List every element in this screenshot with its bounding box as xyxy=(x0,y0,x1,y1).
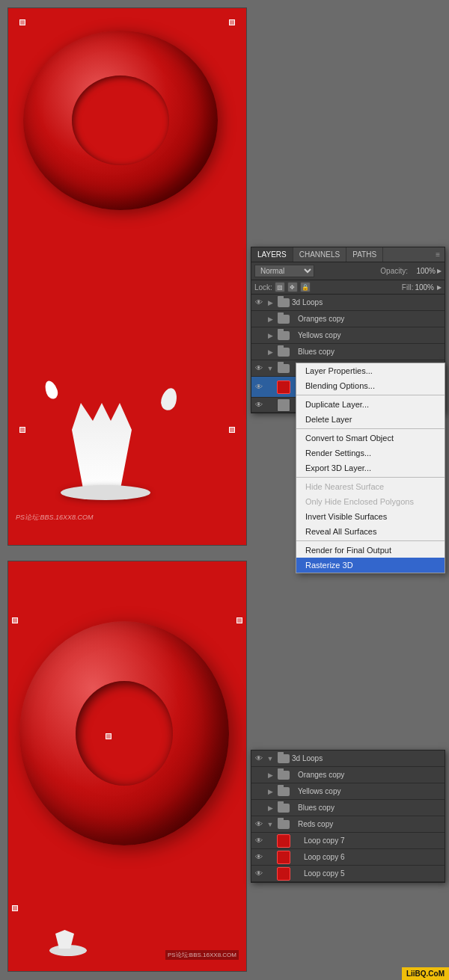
splash-drop2 xyxy=(159,386,179,412)
visibility-eye-b[interactable]: 👁 xyxy=(253,853,265,861)
layer-name-yellows: Yellows copy xyxy=(298,331,443,339)
folder-icon xyxy=(278,364,290,373)
fill-arrow[interactable]: ▶ xyxy=(437,284,442,291)
canvas-image-bottom: PS论坛:BBS.16XX8.COM xyxy=(7,561,247,972)
visibility-eye-b[interactable]: 👁 xyxy=(253,869,265,878)
layer-row-blues-b[interactable]: ▶ Blues copy xyxy=(251,800,445,816)
layer-row-loop-7-b[interactable]: 👁 Loop copy 7 xyxy=(251,833,445,849)
expand-arrow-b[interactable]: ▶ xyxy=(265,804,275,812)
visibility-eye[interactable]: 👁 xyxy=(253,383,265,391)
layer-row-blues[interactable]: ▶ Blues copy xyxy=(251,344,445,360)
top-watermark: PS论坛:BBS.16XX8.COM xyxy=(16,513,94,523)
layer-thumb-red-b2 xyxy=(277,851,290,864)
tab-layers[interactable]: LAYERS xyxy=(251,247,293,262)
fill-control: Fill: 100% ▶ xyxy=(402,283,442,292)
expand-arrow-b[interactable]: ▼ xyxy=(265,755,275,762)
lock-all-icon[interactable]: 🔒 xyxy=(300,282,311,292)
ctx-blending-options[interactable]: Blending Options... xyxy=(296,378,445,393)
layer-name-blues-b: Blues copy xyxy=(298,804,443,812)
fill-label: Fill: xyxy=(402,283,414,292)
expand-arrow[interactable]: ▼ xyxy=(265,365,275,372)
expand-arrow[interactable]: ▶ xyxy=(265,332,275,339)
layer-row-3d-loops-b[interactable]: 👁 ▼ 3d Loops xyxy=(251,751,445,767)
lock-fill-row: Lock: ▨ ✥ 🔒 Fill: 100% ▶ xyxy=(251,280,445,295)
expand-arrow[interactable]: ▶ xyxy=(265,299,275,306)
folder-icon xyxy=(278,298,290,307)
folder-icon-b xyxy=(278,754,290,763)
site-watermark: LiiBQ.CoM xyxy=(402,967,449,980)
layer-thumb-red-b3 xyxy=(277,867,290,881)
visibility-eye[interactable]: 👁 xyxy=(253,364,265,372)
bottom-watermark: PS论坛:BBS.16XX8.COM xyxy=(165,950,239,960)
expand-arrow-b[interactable]: ▼ xyxy=(265,821,275,828)
sel-handle-center[interactable] xyxy=(106,733,112,739)
visibility-eye[interactable]: 👁 xyxy=(253,298,265,306)
layer-thumb-folder-b xyxy=(277,818,290,831)
ctx-reveal-all[interactable]: Reveal All Surfaces xyxy=(296,524,445,539)
layers-tab-bar: LAYERS CHANNELS PATHS ≡ xyxy=(251,247,445,262)
ctx-layer-properties[interactable]: Layer Properties... xyxy=(296,363,445,378)
ctx-divider-1 xyxy=(296,395,445,395)
ctx-divider-3 xyxy=(296,477,445,478)
opacity-control: Opacity: 100% ▶ xyxy=(380,267,442,275)
layer-row-oranges-b[interactable]: ▶ Oranges copy xyxy=(251,767,445,783)
ctx-render-final[interactable]: Render for Final Output xyxy=(296,543,445,558)
layer-name-loop-5-b: Loop copy 5 xyxy=(304,869,443,878)
layer-thumb-folder xyxy=(277,329,290,342)
lock-position-icon[interactable]: ✥ xyxy=(287,282,298,292)
layer-name-reds-b: Reds copy xyxy=(298,820,443,828)
selection-handle-ml[interactable] xyxy=(19,427,25,433)
blend-mode-select[interactable]: Normal xyxy=(254,265,314,277)
selection-handle-tr[interactable] xyxy=(229,19,235,25)
layer-row-reds-b[interactable]: 👁 ▼ Reds copy xyxy=(251,816,445,833)
layer-row-loop-6-b[interactable]: 👁 Loop copy 6 xyxy=(251,849,445,866)
layer-row-loop-5-b[interactable]: 👁 Loop copy 5 xyxy=(251,866,445,882)
opacity-value: 100% xyxy=(409,267,436,275)
donut-bottom xyxy=(19,621,236,860)
ctx-convert-smart[interactable]: Convert to Smart Object xyxy=(296,431,445,446)
layer-row-3d-loops[interactable]: 👁 ▶ 3d Loops xyxy=(251,295,445,311)
folder-icon-b xyxy=(278,804,290,813)
donut-top xyxy=(23,31,225,225)
folder-icon-b xyxy=(278,820,290,829)
expand-arrow-b[interactable]: ▶ xyxy=(265,771,275,779)
layer-row-oranges[interactable]: ▶ Oranges copy xyxy=(251,311,445,327)
selection-handle-mr[interactable] xyxy=(229,427,235,433)
ctx-rasterize-3d[interactable]: Rasterize 3D xyxy=(296,558,445,573)
visibility-eye[interactable]: 👁 xyxy=(253,401,265,409)
lock-transparent-icon[interactable]: ▨ xyxy=(275,282,285,292)
layer-name-3d-loops: 3d Loops xyxy=(292,298,443,306)
expand-arrow[interactable]: ▶ xyxy=(265,348,275,356)
layer-row-yellows[interactable]: ▶ Yellows copy xyxy=(251,327,445,344)
folder-icon-b xyxy=(278,787,290,796)
sel-handle-bl-tl[interactable] xyxy=(12,617,18,623)
ctx-export-3d[interactable]: Export 3D Layer... xyxy=(296,460,445,475)
selection-handle-tl[interactable] xyxy=(19,19,25,25)
canvas-image-top: PS论坛:BBS.16XX8.COM xyxy=(7,7,247,546)
ctx-hide-nearest: Hide Nearest Surface xyxy=(296,479,445,494)
visibility-eye-b[interactable]: 👁 xyxy=(253,820,265,828)
sel-handle-bl-tr[interactable] xyxy=(236,617,242,623)
layer-name-loop-6-b: Loop copy 6 xyxy=(304,853,443,861)
ctx-duplicate-layer[interactable]: Duplicate Layer... xyxy=(296,397,445,412)
ctx-invert-visible[interactable]: Invert Visible Surfaces xyxy=(296,509,445,524)
tab-channels[interactable]: CHANNELS xyxy=(293,247,346,262)
folder-icon xyxy=(278,315,290,324)
splash-drop1 xyxy=(43,379,60,401)
lock-label: Lock: xyxy=(254,283,272,292)
expand-arrow-b[interactable]: ▶ xyxy=(265,788,275,795)
layer-name-oranges: Oranges copy xyxy=(298,315,443,323)
folder-icon xyxy=(278,331,290,340)
ctx-render-settings[interactable]: Render Settings... xyxy=(296,446,445,460)
ctx-delete-layer[interactable]: Delete Layer xyxy=(296,412,445,427)
tab-paths[interactable]: PATHS xyxy=(346,247,383,262)
visibility-eye-b[interactable]: 👁 xyxy=(253,754,265,762)
opacity-arrow[interactable]: ▶ xyxy=(437,268,442,274)
sel-handle-bl-ml[interactable] xyxy=(12,905,18,911)
visibility-eye-b[interactable]: 👁 xyxy=(253,836,265,845)
donut-hole-top xyxy=(72,75,169,165)
expand-arrow[interactable]: ▶ xyxy=(265,315,275,323)
panel-menu-icon[interactable]: ≡ xyxy=(431,247,445,262)
layer-name-yellows-b: Yellows copy xyxy=(298,787,443,795)
layer-row-yellows-b[interactable]: ▶ Yellows copy xyxy=(251,783,445,800)
